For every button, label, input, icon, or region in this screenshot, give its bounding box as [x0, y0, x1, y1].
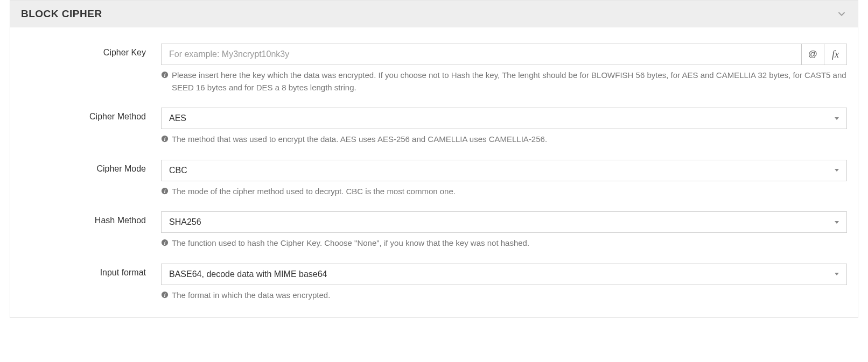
panel-header[interactable]: BLOCK CIPHER	[10, 1, 858, 27]
input-format-select[interactable]: BASE64, decode data with MIME base64	[161, 264, 847, 285]
svg-text:i: i	[164, 72, 166, 78]
caret-down-icon	[835, 117, 839, 120]
row-cipher-mode: Cipher Mode CBC i The mode of the cipher…	[21, 160, 847, 198]
row-input-format: Input format BASE64, decode data with MI…	[21, 264, 847, 302]
select-value: AES	[169, 113, 186, 123]
help-text: The method that was used to encrypt the …	[172, 133, 547, 146]
caret-down-icon	[835, 273, 839, 275]
chevron-down-icon	[836, 9, 847, 19]
info-icon: i	[161, 186, 169, 198]
caret-down-icon	[835, 221, 839, 224]
at-sign-icon: @	[808, 49, 817, 60]
select-value: BASE64, decode data with MIME base64	[169, 269, 327, 279]
hash-method-select[interactable]: SHA256	[161, 211, 847, 233]
label-cipher-mode: Cipher Mode	[21, 160, 161, 174]
fx-button[interactable]: fx	[824, 44, 847, 65]
help-text: The function used to hash the Cipher Key…	[172, 237, 529, 250]
svg-text:i: i	[164, 292, 166, 297]
help-text: Please insert here the key which the dat…	[172, 69, 847, 94]
cipher-mode-select[interactable]: CBC	[161, 160, 847, 181]
help-cipher-mode: i The mode of the cipher method used to …	[161, 186, 847, 198]
row-hash-method: Hash Method SHA256 i The function used t…	[21, 211, 847, 250]
caret-down-icon	[835, 169, 839, 172]
block-cipher-panel: BLOCK CIPHER Cipher Key @ fx	[10, 0, 858, 318]
cipher-key-input[interactable]	[161, 44, 802, 65]
help-input-format: i The format in which the data was encry…	[161, 289, 847, 302]
help-hash-method: i The function used to hash the Cipher K…	[161, 237, 847, 250]
help-cipher-method: i The method that was used to encrypt th…	[161, 133, 847, 146]
svg-text:i: i	[164, 188, 166, 194]
select-value: CBC	[169, 166, 187, 175]
panel-title: BLOCK CIPHER	[21, 8, 102, 20]
info-icon: i	[161, 69, 169, 94]
label-cipher-method: Cipher Method	[21, 108, 161, 122]
fx-icon: fx	[832, 49, 839, 60]
at-sign-button[interactable]: @	[802, 44, 824, 65]
info-icon: i	[161, 289, 169, 302]
info-icon: i	[161, 133, 169, 146]
label-input-format: Input format	[21, 264, 161, 278]
label-cipher-key: Cipher Key	[21, 44, 161, 58]
label-hash-method: Hash Method	[21, 211, 161, 225]
help-cipher-key: i Please insert here the key which the d…	[161, 69, 847, 94]
row-cipher-method: Cipher Method AES i The method that was …	[21, 108, 847, 146]
panel-body: Cipher Key @ fx i	[10, 27, 858, 301]
svg-text:i: i	[164, 136, 166, 142]
select-value: SHA256	[169, 217, 201, 227]
svg-text:i: i	[164, 240, 166, 246]
help-text: The format in which the data was encrypt…	[172, 289, 330, 302]
help-text: The mode of the cipher method used to de…	[172, 186, 456, 198]
cipher-method-select[interactable]: AES	[161, 108, 847, 129]
row-cipher-key: Cipher Key @ fx i	[21, 44, 847, 94]
info-icon: i	[161, 237, 169, 250]
